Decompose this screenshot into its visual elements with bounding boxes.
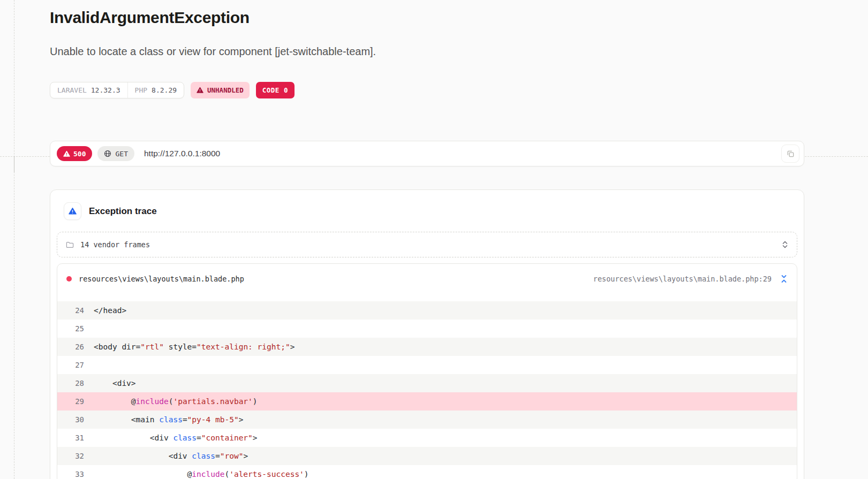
code-line-29: 29 @include('partials.navbar') — [57, 392, 797, 410]
line-number: 28 — [57, 379, 84, 387]
status-code: 500 — [73, 150, 86, 158]
vendor-frames-label: 14 vendor frames — [80, 240, 150, 249]
method-label: GET — [115, 150, 127, 158]
collapse-icon[interactable] — [780, 275, 788, 283]
copy-url-button[interactable] — [781, 145, 799, 163]
folder-icon — [66, 241, 74, 249]
frame-file-path: resources\views\layouts\main.blade.php — [79, 275, 244, 283]
php-version-badge: PHP 8.2.29 — [127, 82, 184, 98]
trace-icon-box — [64, 202, 81, 220]
method-badge: GET — [97, 146, 134, 161]
code-text: <div class="row"> — [84, 452, 248, 460]
line-number: 27 — [57, 361, 84, 369]
line-number: 25 — [57, 324, 84, 333]
red-dot — [66, 276, 72, 282]
unhandled-label: UNHANDLED — [207, 86, 244, 94]
code-line-26: 26<body dir="rtl" style="text-align: rig… — [57, 338, 797, 356]
status-badge: 500 — [57, 146, 92, 161]
frame-header[interactable]: resources\views\layouts\main.blade.php r… — [57, 264, 797, 294]
trace-header: Exception trace — [64, 202, 790, 220]
line-number: 24 — [57, 306, 84, 315]
code-text: <div> — [84, 379, 136, 387]
code-line-24: 24</head> — [57, 301, 797, 320]
badges-row: LARAVEL 12.32.3 PHP 8.2.29 UNHANDLED COD… — [50, 82, 295, 98]
code-text: <main class="py-4 mb-5"> — [84, 415, 243, 424]
php-label: PHP — [135, 86, 147, 94]
request-url: http://127.0.0.1:8000 — [144, 149, 220, 158]
alert-triangle-blue-icon — [69, 207, 77, 215]
code-line-32: 32 <div class="row"> — [57, 447, 797, 465]
line-number: 29 — [57, 397, 84, 406]
copy-icon — [787, 150, 795, 158]
exception-message: Unable to locate a class or view for com… — [50, 45, 376, 58]
stack-frame: resources\views\layouts\main.blade.php r… — [57, 263, 797, 479]
globe-icon — [104, 150, 111, 157]
page-title: InvalidArgumentException — [50, 9, 250, 27]
laravel-version-badge: LARAVEL 12.32.3 — [50, 82, 127, 98]
code-text: <body dir="rtl" style="text-align: right… — [84, 343, 295, 351]
vendor-frames-toggle[interactable]: 14 vendor frames — [57, 232, 797, 257]
line-number: 31 — [57, 434, 84, 442]
warning-triangle-icon — [63, 150, 70, 157]
frame-location: resources\views\layouts\main.blade.php:2… — [593, 275, 772, 283]
trace-title: Exception trace — [89, 206, 157, 217]
exception-trace-card: Exception trace 14 vendor frames resourc… — [50, 189, 804, 479]
line-number: 30 — [57, 415, 84, 424]
code-line-31: 31 <div class="container"> — [57, 429, 797, 447]
laravel-label: LARAVEL — [57, 86, 87, 94]
code-line-25: 25 — [57, 320, 797, 338]
laravel-version: 12.32.3 — [91, 86, 120, 94]
version-badge: LARAVEL 12.32.3 PHP 8.2.29 — [50, 82, 184, 98]
expand-selector-icon[interactable] — [782, 240, 788, 249]
code-line-27: 27 — [57, 356, 797, 374]
code-line-30: 30 <main class="py-4 mb-5"> — [57, 410, 797, 429]
code-line-28: 28 <div> — [57, 374, 797, 392]
code-text: </head> — [84, 306, 126, 315]
code-snippet: 24</head>2526<body dir="rtl" style="text… — [57, 294, 797, 479]
line-number: 26 — [57, 343, 84, 351]
line-number: 32 — [57, 452, 84, 460]
code-line-33: 33 @include('alerts-success') — [57, 465, 797, 479]
error-code-label: CODE 0 — [262, 86, 288, 94]
php-version: 8.2.29 — [152, 86, 177, 94]
code-text: @include('partials.navbar') — [84, 397, 258, 406]
code-lines: 24</head>2526<body dir="rtl" style="text… — [57, 301, 797, 479]
grid-vertical-dashed-line — [14, 0, 14, 479]
unhandled-badge: UNHANDLED — [191, 82, 250, 98]
grid-accent-segment — [14, 156, 14, 172]
request-bar: 500 GET http://127.0.0.1:8000 — [50, 141, 804, 166]
warning-triangle-icon — [197, 87, 203, 94]
error-code-badge: CODE 0 — [256, 82, 295, 98]
code-text: <div class="container"> — [84, 434, 258, 442]
code-text: @include('alerts-success') — [84, 470, 309, 478]
line-number: 33 — [57, 470, 84, 478]
